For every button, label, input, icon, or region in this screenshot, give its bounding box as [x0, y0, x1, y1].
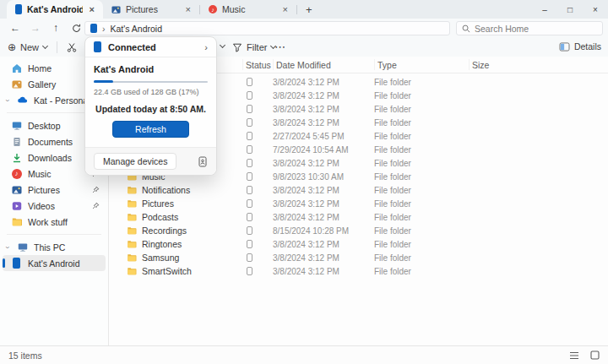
device-status-icon [247, 159, 252, 167]
videos-icon [11, 200, 22, 211]
file-type: File folder [374, 91, 469, 101]
refresh-button[interactable]: Refresh [112, 121, 189, 138]
folder-icon [127, 267, 137, 275]
column-header-type[interactable]: Type [374, 59, 469, 70]
pictures-icon [111, 5, 121, 14]
maximize-button[interactable]: □ [557, 0, 583, 19]
chevron-right-icon[interactable]: › [204, 42, 208, 52]
tab-music[interactable]: ♪ Music × [200, 0, 296, 19]
folder-icon [127, 240, 137, 248]
cut-button[interactable] [61, 39, 83, 56]
home-icon [11, 62, 22, 73]
sidebar-item-pictures[interactable]: Pictures [3, 182, 106, 198]
large-icons-layout-icon[interactable] [590, 350, 600, 360]
minimize-button[interactable]: – [532, 0, 557, 19]
manage-devices-button[interactable]: Manage devices [94, 153, 176, 170]
file-type: File folder [374, 145, 469, 155]
more-options-button[interactable]: ⋯ [269, 39, 292, 56]
address-bar[interactable]: › Kat's Android [84, 21, 450, 35]
new-tab-button[interactable]: + [297, 3, 321, 16]
downloads-icon [11, 152, 22, 163]
file-date: 3/8/2024 3:12 PM [273, 118, 374, 128]
music-icon: ♪ [11, 168, 22, 179]
file-date: 3/8/2024 3:12 PM [273, 267, 374, 276]
storage-progress-bar [94, 80, 208, 83]
file-type: File folder [374, 78, 469, 87]
file-row[interactable]: Recordings 8/15/2024 10:28 PM File folde… [110, 224, 608, 237]
device-status-icon [247, 132, 252, 140]
file-row[interactable]: Pictures 3/8/2024 3:12 PM File folder [110, 197, 608, 210]
sidebar-item-kats-android[interactable]: Kat's Android [3, 255, 106, 271]
sidebar-item-label: This PC [34, 242, 100, 253]
refresh-icon[interactable] [66, 24, 86, 33]
device-status-icon [247, 199, 252, 208]
new-button-label: New [20, 42, 39, 52]
file-row[interactable]: SmartSwitch 3/8/2024 3:12 PM File folder [110, 264, 608, 278]
sidebar-item-videos[interactable]: Videos [3, 198, 106, 214]
file-name: Podcasts [142, 212, 178, 222]
new-button[interactable]: ⊕ New [2, 39, 53, 56]
up-button[interactable]: ↑ [46, 22, 66, 34]
expand-chevron-icon[interactable]: › [3, 244, 12, 251]
file-type: File folder [374, 240, 469, 249]
last-updated-text: Updated today at 8:50 AM. [94, 104, 208, 114]
close-button[interactable]: × [583, 0, 608, 19]
music-icon: ♪ [209, 5, 217, 14]
folder-icon [11, 216, 22, 227]
device-status-icon [247, 91, 252, 100]
file-row[interactable]: Podcasts 3/8/2024 3:12 PM File folder [110, 210, 608, 224]
search-box[interactable] [456, 21, 603, 35]
flyout-header[interactable]: Connected › [85, 37, 216, 57]
folder-icon [127, 226, 137, 235]
tab-label: Pictures [126, 4, 179, 14]
tab-close-icon[interactable]: × [88, 4, 96, 14]
device-status-icon [247, 253, 252, 262]
sidebar-item-work-stuff[interactable]: Work stuff [3, 214, 106, 230]
phone-icon [94, 41, 101, 52]
folder-icon [127, 186, 137, 194]
file-row[interactable]: Samsung 3/8/2024 3:12 PM File folder [110, 251, 608, 264]
pictures-icon [11, 184, 22, 195]
tab-pictures[interactable]: Pictures × [103, 0, 199, 19]
column-header-size[interactable]: Size [469, 59, 608, 70]
file-explorer-window: Kat's Android × Pictures × ♪ Music × + –… [0, 0, 608, 364]
search-input[interactable] [475, 24, 597, 34]
tab-close-icon[interactable]: × [281, 4, 290, 14]
column-header-status[interactable]: Status [242, 59, 273, 70]
tab-close-icon[interactable]: × [184, 4, 193, 14]
tab-label: Kat's Android [27, 4, 83, 14]
device-status-icon [247, 172, 252, 181]
device-status-icon [247, 145, 252, 154]
tab-kats-android[interactable]: Kat's Android × [7, 0, 103, 19]
this-pc-icon [17, 242, 28, 253]
file-row[interactable]: Notifications 3/8/2024 3:12 PM File fold… [110, 183, 608, 197]
file-date: 3/8/2024 3:12 PM [273, 240, 374, 249]
details-view-icon [559, 42, 570, 52]
storage-progress-fill [94, 80, 113, 83]
item-count: 15 items [8, 350, 42, 361]
details-view-button[interactable]: Details [559, 37, 601, 56]
device-status-icon [247, 226, 252, 235]
file-type: File folder [374, 118, 469, 128]
desktop-icon [11, 120, 22, 131]
expand-chevron-icon[interactable]: › [3, 97, 12, 104]
details-layout-icon[interactable] [569, 351, 579, 360]
back-button[interactable]: ← [5, 22, 25, 34]
file-date: 8/15/2024 10:28 PM [273, 226, 374, 236]
file-type: File folder [374, 159, 469, 168]
file-date: 7/29/2024 10:54 AM [273, 145, 374, 155]
documents-icon [11, 136, 22, 147]
file-date: 3/8/2024 3:12 PM [273, 186, 374, 195]
breadcrumb[interactable]: Kat's Android [111, 24, 163, 34]
storage-usage-text: 22.4 GB used of 128 GB (17%) [94, 88, 208, 96]
sidebar-divider [7, 234, 101, 235]
file-type: File folder [374, 213, 469, 222]
forward-button[interactable]: → [25, 22, 46, 34]
sidebar-item-label: Pictures [28, 185, 86, 195]
file-type: File folder [374, 105, 469, 114]
sidebar-item-this-pc[interactable]: › This PC [3, 239, 106, 255]
chevron-down-icon[interactable] [220, 42, 225, 48]
toolbar-separator [57, 41, 57, 53]
file-row[interactable]: Ringtones 3/8/2024 3:12 PM File folder [110, 237, 608, 251]
column-header-date-modified[interactable]: Date Modified [273, 59, 374, 70]
